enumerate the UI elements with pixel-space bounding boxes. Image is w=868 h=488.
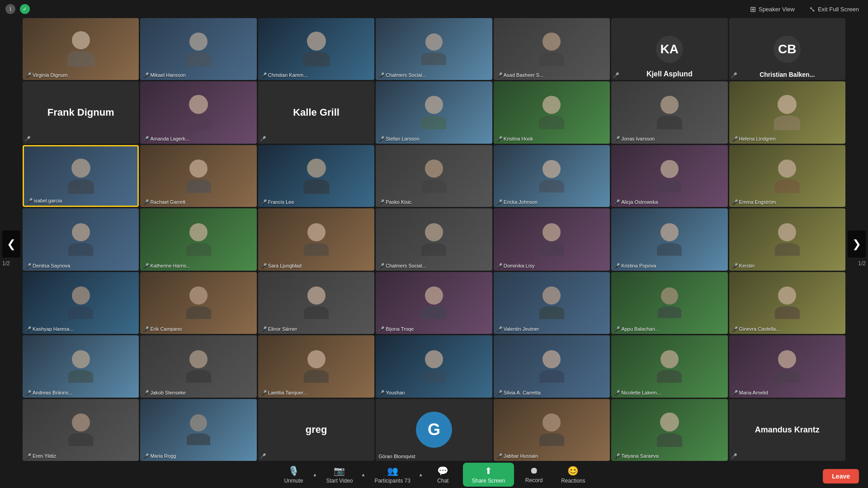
reactions-button[interactable]: 😊 Reactions (554, 464, 592, 486)
tile-kerstin[interactable]: 🎤Kerstin (729, 208, 845, 270)
tile-christian-kamm[interactable]: 🎤Christian Kamm... (258, 18, 374, 80)
participants-caret[interactable]: ▲ (419, 472, 423, 477)
record-icon: ⏺ (529, 465, 538, 476)
record-button[interactable]: ⏺ Record (516, 464, 552, 485)
shield-icon[interactable]: ✓ (20, 4, 30, 14)
participant-name: 🎤Kristina Popova (614, 263, 656, 269)
start-video-group: 📷 Start Video ▲ (319, 464, 365, 486)
participant-name: 🎤isabel.garcia (27, 198, 62, 204)
tile-appu-balachan[interactable]: 🎤Appu Balachan... (611, 272, 727, 334)
topbar-left: ℹ ✓ (5, 4, 30, 14)
start-video-button[interactable]: 📷 Start Video (319, 464, 360, 486)
tile-mikael-hansson[interactable]: 🎤Mikael Hansson (140, 18, 256, 80)
tile-stefan-larsson[interactable]: 🎤Stefan Larsson (376, 81, 492, 143)
participant-name: 🎤Alicja Ostrowska (614, 199, 658, 205)
speaker-view-button[interactable]: ⊞ Speaker View (746, 3, 798, 15)
tile-laetitia-tanquer[interactable]: 🎤Laetitia Tanquer... (258, 335, 374, 397)
tile-elinor-sarner[interactable]: 🎤Elinor Särner (258, 272, 374, 334)
tile-dominika-lisy[interactable]: 🎤Dominika Lisy (494, 208, 610, 270)
tile-tatyana-saraeva[interactable]: 🎤Tatyana Saraeva (611, 399, 727, 461)
participant-name: 🎤Dominika Lisy (496, 263, 534, 269)
tile-kristina-hook[interactable]: 🎤Kristina Hook (494, 81, 610, 143)
mute-indicator: 🎤 (731, 453, 737, 459)
tile-helena-lindgren[interactable]: 🎤Helena Lindgren (729, 81, 845, 143)
tile-jakob-stenseke[interactable]: 🎤Jakob Stenseke (140, 335, 256, 397)
tile-youshan[interactable]: 🎤Youshan (376, 335, 492, 397)
share-screen-label: Share Screen (472, 478, 505, 484)
tile-chalmers-social-1[interactable]: 🎤Chalmers Social... (376, 18, 492, 80)
page-indicator-right: 1/2 (858, 260, 866, 267)
participant-name: 🎤Emma Engström (732, 199, 776, 205)
unmute-caret[interactable]: ▲ (312, 472, 317, 477)
participant-name: 🎤Christian Kamm... (261, 72, 307, 78)
reactions-icon: 😊 (567, 465, 579, 476)
tile-amandus-krantz[interactable]: Amandus Krantz 🎤 (729, 399, 845, 461)
participants-button[interactable]: 👥 Participants 73 (367, 464, 417, 486)
share-screen-button[interactable]: ⬆ Share Screen (463, 463, 514, 487)
tile-frank-dignum[interactable]: Frank Dignum 🎤 (23, 81, 139, 143)
tile-virginia-dignum[interactable]: 🎤Virginia Dignum (23, 18, 139, 80)
tile-maria-arnelid[interactable]: 🎤Maria Arnelid (729, 335, 845, 397)
participant-name: 🎤Francis Lee (261, 199, 294, 205)
tile-emma-engstrom[interactable]: 🎤Emma Engström (729, 145, 845, 207)
next-page-arrow[interactable]: ❯ (848, 230, 866, 258)
tile-pasko-kisic[interactable]: 🎤Pasko Kisic (376, 145, 492, 207)
tile-jonas-ivarsson[interactable]: 🎤Jonas Ivarsson (611, 81, 727, 143)
start-video-label: Start Video (326, 478, 353, 484)
participant-name: 🎤Bijona Troqe (378, 326, 414, 332)
tile-christian-balken[interactable]: CB Christian Balken... 🎤 (729, 18, 845, 80)
participant-name: Göran Blomqvist (378, 454, 415, 459)
tile-alicja-ostrowska[interactable]: 🎤Alicja Ostrowska (611, 145, 727, 207)
unmute-label: Unmute (284, 478, 303, 484)
tile-rachael-garrett[interactable]: 🎤Rachael Garrett (140, 145, 256, 207)
prev-page-arrow[interactable]: ❮ (2, 230, 20, 258)
participant-name: 🎤Helena Lindgren (732, 136, 776, 142)
tile-denitsa-saynova[interactable]: 🎤Denitsa Saynova (23, 208, 139, 270)
tile-kalle-grill[interactable]: Kalle Grill 🎤 (258, 81, 374, 143)
topbar: ℹ ✓ ⊞ Speaker View ⤡ Exit Full Screen (0, 0, 868, 18)
tile-kjell-asplund[interactable]: KA Kjell Asplund 🎤 (611, 18, 727, 80)
avatar-christian-b: CB (774, 36, 801, 63)
tile-greg[interactable]: greg 🎤 (258, 399, 374, 461)
leave-button[interactable]: Leave (823, 469, 859, 483)
participant-name: 🎤Erik Campano (143, 326, 182, 332)
participant-name: 🎤Laetitia Tanquer... (261, 390, 307, 396)
tile-chalmers-social-2[interactable]: 🎤Chalmers Social... (376, 208, 492, 270)
tile-isabel-garcia[interactable]: 🎤isabel.garcia (23, 145, 139, 207)
tile-francis-lee[interactable]: 🎤Francis Lee (258, 145, 374, 207)
participant-name: 🎤Denitsa Saynova (25, 263, 70, 269)
tile-jabbar-hussain[interactable]: 🎤Jabbar Hussain (494, 399, 610, 461)
tile-kashyap-haresa[interactable]: 🎤Kashyap Haresa... (23, 272, 139, 334)
tile-andreas-branns[interactable]: 🎤Andreas Bränns... (23, 335, 139, 397)
participant-name: 🎤Elinor Särner (261, 326, 297, 332)
tile-katherine-harris[interactable]: 🎤Katherine Harris... (140, 208, 256, 270)
mute-indicator: 🎤 (731, 72, 737, 78)
tile-ginevra-castella[interactable]: 🎤Ginevra Castella... (729, 272, 845, 334)
tile-kristina-popova[interactable]: 🎤Kristina Popova (611, 208, 727, 270)
participant-name: 🎤Kerstin (732, 263, 755, 269)
participant-name: 🎤Stefan Larsson (378, 136, 419, 142)
tile-eren-yildiz[interactable]: 🎤Eren Yildiz (23, 399, 139, 461)
tile-erik-campano[interactable]: 🎤Erik Campano (140, 272, 256, 334)
participant-name: 🎤Pasko Kisic (378, 199, 411, 205)
tile-asad-basheer[interactable]: 🎤Asad Basheer S... (494, 18, 610, 80)
participant-name: 🎤Asad Basheer S... (496, 72, 544, 78)
tile-bijona-troqe[interactable]: 🎤Bijona Troqe (376, 272, 492, 334)
tile-nicolette-lakem[interactable]: 🎤Nicolette Lakem... (611, 335, 727, 397)
unmute-button[interactable]: 🎙️ Unmute (275, 464, 311, 486)
participant-name: 🎤Kashyap Haresa... (25, 326, 74, 332)
info-icon[interactable]: ℹ (5, 4, 15, 14)
tile-sara-ljungblad[interactable]: 🎤Sara Ljungblad (258, 208, 374, 270)
participant-name: 🎤Sara Ljungblad (261, 263, 302, 269)
tile-ericka-johnson[interactable]: 🎤Ericka Johnson (494, 145, 610, 207)
tile-silvia-carretta[interactable]: 🎤Silvia A. Carretta (494, 335, 610, 397)
chat-button[interactable]: 💬 Chat (425, 464, 461, 486)
tile-valentin-jeutner[interactable]: 🎤Valentin Jeutner (494, 272, 610, 334)
participant-name: 🎤Jakob Stenseke (143, 390, 185, 396)
video-caret[interactable]: ▲ (361, 472, 366, 477)
exit-full-screen-button[interactable]: ⤡ Exit Full Screen (806, 3, 863, 15)
tile-maria-rogg[interactable]: 🎤Maria Rogg (140, 399, 256, 461)
participant-name: 🎤Jonas Ivarsson (614, 136, 655, 142)
tile-goran-blomqvist[interactable]: G Göran Blomqvist (376, 399, 492, 461)
tile-amanda-lagerk[interactable]: 🎤Amanda Lagerk... (140, 81, 256, 143)
